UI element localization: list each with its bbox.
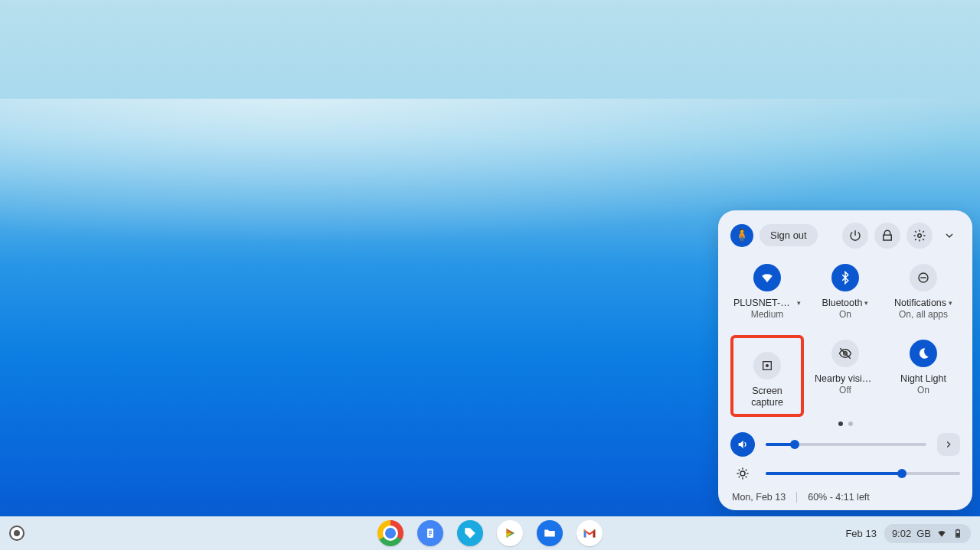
tile-label: PLUSNET-5T… bbox=[733, 298, 795, 308]
status-aux: GB bbox=[916, 528, 931, 539]
status-time: 9:02 bbox=[892, 528, 911, 539]
tile-label: Notifications bbox=[894, 298, 946, 308]
brightness-slider[interactable] bbox=[766, 472, 960, 475]
docs-icon bbox=[424, 527, 436, 539]
tile-bluetooth[interactable]: Bluetooth▾ On bbox=[808, 259, 882, 321]
wifi-icon bbox=[936, 528, 947, 539]
quick-settings-panel: 🧍 Sign out PLUSNET-5T…▾ Medium bbox=[718, 210, 972, 510]
panel-header: 🧍 Sign out bbox=[730, 223, 960, 249]
app-messages[interactable] bbox=[457, 520, 483, 546]
tile-sublabel: On bbox=[839, 309, 851, 320]
power-icon bbox=[848, 229, 862, 242]
tile-night-light[interactable]: Night Light On bbox=[887, 335, 960, 417]
screen-capture-icon bbox=[753, 352, 781, 379]
chevron-down-icon bbox=[943, 229, 956, 242]
tile-sublabel: Off bbox=[839, 385, 851, 395]
folder-icon bbox=[543, 526, 557, 540]
collapse-panel-button[interactable] bbox=[939, 225, 960, 246]
volume-button[interactable] bbox=[730, 432, 755, 457]
app-gmail[interactable] bbox=[577, 520, 603, 546]
brightness-slider-fill bbox=[766, 472, 902, 475]
volume-slider[interactable] bbox=[766, 443, 926, 446]
app-files[interactable] bbox=[537, 520, 563, 546]
tile-label: Bluetooth bbox=[822, 298, 863, 308]
chevron-down-icon[interactable]: ▾ bbox=[796, 299, 801, 307]
divider bbox=[796, 492, 797, 503]
audio-settings-button[interactable] bbox=[937, 433, 960, 456]
svg-point-0 bbox=[918, 234, 922, 238]
tiles-pager[interactable] bbox=[730, 421, 960, 426]
footer-battery: 60% - 4:11 left bbox=[808, 492, 870, 503]
settings-button[interactable] bbox=[906, 223, 933, 249]
brightness-icon bbox=[730, 461, 755, 486]
app-play-store[interactable] bbox=[497, 520, 523, 546]
tile-label: Nearby visibil… bbox=[815, 373, 876, 384]
chevron-right-icon bbox=[943, 439, 954, 450]
tile-label: Night Light bbox=[900, 373, 946, 384]
do-not-disturb-icon bbox=[910, 264, 937, 291]
tile-network[interactable]: PLUSNET-5T…▾ Medium bbox=[730, 259, 804, 321]
pager-dot bbox=[838, 421, 843, 426]
tile-nearby-visibility[interactable]: Nearby visibil… Off bbox=[808, 335, 882, 417]
panel-footer: Mon, Feb 13 60% - 4:11 left bbox=[730, 490, 960, 503]
app-docs[interactable] bbox=[417, 520, 443, 546]
shelf-status: Feb 13 9:02 GB bbox=[845, 524, 971, 543]
svg-rect-9 bbox=[957, 529, 959, 530]
wifi-icon bbox=[753, 264, 781, 291]
brightness-row bbox=[730, 461, 960, 486]
svg-point-3 bbox=[766, 364, 769, 367]
quick-tiles-grid: PLUSNET-5T…▾ Medium Bluetooth▾ On Notifi… bbox=[730, 259, 960, 417]
tile-sublabel: On, all apps bbox=[899, 309, 948, 320]
gmail-icon bbox=[581, 525, 598, 542]
play-icon bbox=[503, 526, 517, 540]
volume-icon bbox=[737, 438, 749, 451]
tag-icon bbox=[463, 526, 477, 540]
launcher-button[interactable] bbox=[9, 526, 24, 541]
power-button[interactable] bbox=[842, 223, 868, 249]
tile-label: Screen capture bbox=[735, 386, 799, 409]
shelf-date[interactable]: Feb 13 bbox=[845, 528, 876, 539]
status-area-button[interactable]: 9:02 GB bbox=[884, 524, 971, 543]
pager-dot bbox=[848, 421, 853, 426]
volume-row bbox=[730, 432, 960, 457]
chevron-down-icon[interactable]: ▾ bbox=[948, 299, 952, 307]
night-light-icon bbox=[910, 340, 937, 367]
bluetooth-icon bbox=[831, 264, 859, 291]
brightness-slider-thumb[interactable] bbox=[897, 469, 906, 478]
svg-point-5 bbox=[740, 471, 745, 476]
shelf: Feb 13 9:02 GB bbox=[0, 516, 980, 550]
chevron-down-icon[interactable]: ▾ bbox=[864, 299, 868, 307]
tile-notifications[interactable]: Notifications▾ On, all apps bbox=[887, 259, 960, 321]
app-chrome[interactable] bbox=[377, 520, 403, 546]
signout-button[interactable]: Sign out bbox=[760, 224, 818, 246]
shelf-apps bbox=[377, 520, 603, 546]
volume-slider-thumb[interactable] bbox=[790, 440, 799, 449]
svg-rect-8 bbox=[956, 533, 959, 537]
tile-sublabel: Medium bbox=[751, 309, 784, 320]
battery-icon bbox=[952, 528, 963, 539]
avatar[interactable]: 🧍 bbox=[730, 224, 753, 247]
footer-date: Mon, Feb 13 bbox=[732, 492, 786, 503]
visibility-off-icon bbox=[831, 340, 859, 367]
gear-icon bbox=[913, 229, 926, 242]
lock-button[interactable] bbox=[874, 223, 900, 249]
lock-icon bbox=[880, 229, 894, 242]
tile-sublabel: On bbox=[917, 385, 929, 395]
tile-screen-capture[interactable]: Screen capture bbox=[730, 335, 804, 417]
